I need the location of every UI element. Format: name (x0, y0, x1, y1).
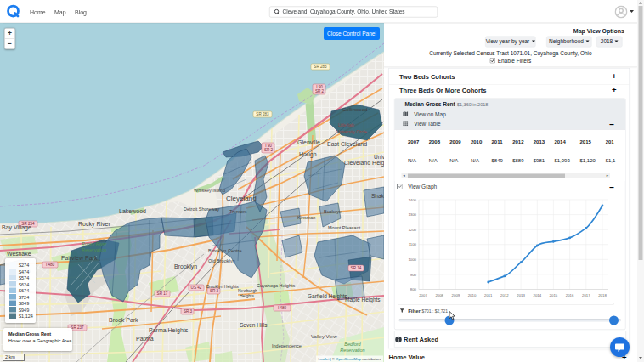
svg-text:Universit: Universit (374, 154, 384, 160)
svg-text:Reservation: Reservation (340, 348, 364, 353)
svg-text:2008: 2008 (435, 293, 443, 297)
svg-text:Old Brooklyn: Old Brooklyn (208, 258, 235, 263)
svg-text:2012: 2012 (500, 293, 509, 297)
svg-text:East Cleveland: East Cleveland (327, 141, 367, 147)
svg-text:Cleveland: Cleveland (226, 195, 257, 202)
svg-text:2009: 2009 (452, 293, 460, 297)
svg-text:2011: 2011 (484, 293, 493, 297)
svg-text:Lakewood: Lakewood (119, 208, 146, 214)
svg-text:Fairview Park: Fairview Park (61, 255, 98, 261)
svg-text:Buckeye: Buckeye (324, 209, 342, 214)
svg-text:1300: 1300 (408, 212, 416, 217)
svg-text:2015: 2015 (550, 293, 558, 297)
svg-text:1000: 1000 (408, 257, 416, 262)
svg-text:Parma: Parma (136, 336, 154, 342)
svg-text:Rocky River: Rocky River (78, 221, 110, 228)
svg-text:1100: 1100 (409, 242, 417, 246)
svg-text:Brooklyn Centre: Brooklyn Centre (208, 248, 241, 253)
svg-text:Brook Park: Brook Park (109, 317, 138, 323)
svg-text:Detroit Shoreway: Detroit Shoreway (184, 206, 219, 212)
svg-text:Whiskey Island: Whiskey Island (194, 188, 225, 193)
svg-text:2017: 2017 (582, 293, 590, 297)
svg-text:SR 2: SR 2 (315, 89, 325, 93)
svg-text:Valley View: Valley View (311, 334, 337, 339)
svg-text:Rocky River: Rocky River (82, 241, 108, 246)
svg-text:SR 2: SR 2 (264, 148, 274, 152)
svg-text:Garfield Heights: Garfield Heights (308, 293, 347, 300)
svg-text:2007: 2007 (419, 293, 427, 297)
svg-text:Westlake: Westlake (7, 251, 31, 257)
svg-text:1200: 1200 (408, 228, 416, 232)
svg-text:Cleveland Height: Cleveland Height (344, 160, 384, 167)
svg-text:US 42: US 42 (191, 286, 202, 290)
svg-text:Cuyahoga Heights: Cuyahoga Heights (257, 283, 296, 288)
svg-text:Reservation: Reservation (82, 247, 106, 252)
svg-text:Little Italy: Little Italy (338, 123, 355, 127)
svg-text:SR 3: SR 3 (184, 309, 193, 314)
svg-text:Collinwood: Collinwood (342, 107, 367, 112)
svg-text:2016: 2016 (566, 293, 574, 297)
svg-text:Brooklyn: Brooklyn (174, 263, 197, 270)
svg-text:SR 14: SR 14 (351, 266, 362, 270)
svg-text:SR 17: SR 17 (157, 291, 168, 296)
svg-text:University Circle: University Circle (336, 129, 367, 134)
svg-text:Tremont: Tremont (229, 209, 247, 214)
svg-text:Seven Hills: Seven Hills (240, 322, 268, 328)
svg-text:Brooklyn Heights: Brooklyn Heights (206, 284, 239, 289)
svg-text:1400: 1400 (408, 198, 416, 202)
svg-text:800: 800 (410, 287, 417, 291)
svg-text:SR 283: SR 283 (314, 65, 327, 69)
svg-text:Glenville: Glenville (297, 139, 320, 145)
svg-text:I 480: I 480 (278, 306, 287, 310)
svg-text:2018: 2018 (598, 293, 607, 297)
svg-text:Kinsman: Kinsman (297, 215, 315, 220)
svg-text:Mount Pleasant: Mount Pleasant (328, 225, 361, 230)
svg-text:SR 237: SR 237 (71, 325, 84, 330)
svg-text:2013: 2013 (517, 293, 525, 297)
svg-text:Bedford: Bedford (344, 342, 361, 347)
svg-text:I 480: I 480 (46, 263, 55, 267)
svg-text:SR 3: SR 3 (210, 289, 219, 293)
svg-text:SR 283: SR 283 (256, 112, 269, 116)
svg-text:Shaker: Shaker (371, 193, 384, 199)
svg-text:Heights: Heights (240, 293, 254, 298)
svg-text:Bay Village: Bay Village (2, 224, 31, 231)
svg-text:Maple Heights: Maple Heights (345, 297, 381, 303)
svg-text:900: 900 (410, 273, 417, 277)
svg-text:Independence: Independence (272, 343, 302, 348)
svg-text:Parma Heights: Parma Heights (149, 327, 189, 334)
svg-text:2010: 2010 (468, 293, 477, 297)
svg-text:Hough: Hough (299, 151, 317, 158)
svg-text:2014: 2014 (534, 293, 542, 297)
